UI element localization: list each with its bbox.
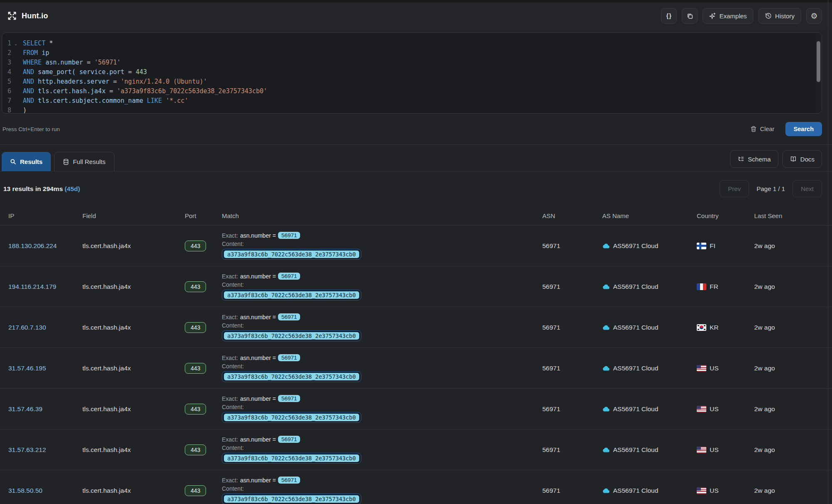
copy-button[interactable]: [682, 8, 698, 24]
country-flag-icon: [697, 283, 706, 290]
col-match: Match: [222, 212, 542, 219]
country-cell: US: [697, 365, 754, 372]
ip-link[interactable]: 31.57.46.39: [8, 405, 82, 413]
footer-actions: Clear Search: [748, 122, 822, 136]
match-exact-field: asn.number =: [240, 395, 276, 402]
match-exact-line: Exact:asn.number =56971: [222, 273, 300, 280]
country-code: KR: [710, 324, 719, 331]
match-exact-value-badge[interactable]: 56971: [278, 395, 301, 402]
match-exact-value-badge[interactable]: 56971: [278, 313, 301, 320]
port-badge: 443: [185, 363, 206, 374]
col-as-name: AS Name: [602, 212, 697, 219]
code-text: SELECT *: [20, 39, 53, 48]
editor-scrollbar-track[interactable]: [815, 33, 822, 113]
code-line: 4AND same_port( service.port = 443: [2, 67, 822, 77]
examples-button[interactable]: Examples: [703, 8, 753, 24]
docs-button[interactable]: Docs: [782, 150, 822, 168]
country-code: US: [710, 487, 719, 494]
history-icon: [765, 12, 772, 19]
match-content-box[interactable]: a373a9f83c6b_7022c563de38_2e3757343cb0: [222, 453, 361, 464]
table-row[interactable]: 188.130.206.224tls.cert.hash.ja4x443Exac…: [0, 225, 832, 266]
port-badge: 443: [185, 444, 206, 455]
as-name-label: AS56971 Cloud: [613, 446, 658, 454]
next-button[interactable]: Next: [792, 180, 822, 197]
docs-label: Docs: [800, 156, 815, 163]
cloud-icon: [602, 406, 610, 412]
code-token: *: [45, 40, 53, 47]
as-name: AS56971 Cloud: [602, 324, 697, 331]
table-row[interactable]: 217.60.7.130tls.cert.hash.ja4x443Exact:a…: [0, 307, 832, 348]
fold-spacer: [11, 77, 20, 87]
ip-link[interactable]: 31.57.63.212: [8, 446, 82, 454]
settings-button[interactable]: ⚙: [806, 8, 822, 24]
table-row[interactable]: 31.57.46.195tls.cert.hash.ja4x443Exact:a…: [0, 348, 832, 388]
history-button[interactable]: History: [758, 8, 801, 24]
line-number: 8: [2, 106, 11, 114]
match-exact-line: Exact:asn.number =56971: [222, 232, 300, 239]
topbar: Hunt.io {} Examples: [0, 2, 832, 29]
code-line: 7AND tls.cert.subject.common_name LIKE '…: [2, 96, 822, 106]
tab-results[interactable]: Results: [2, 152, 51, 171]
last-seen-value: 2w ago: [754, 487, 821, 494]
match-exact-value-badge[interactable]: 56971: [278, 354, 301, 361]
fold-spacer: [11, 96, 20, 106]
table-row[interactable]: 194.116.214.179tls.cert.hash.ja4x443Exac…: [0, 266, 832, 307]
country-cell: US: [697, 405, 754, 413]
search-button[interactable]: Search: [785, 122, 822, 136]
code-text: AND tls.cert.hash.ja4x = 'a373a9f83c6b_7…: [20, 87, 267, 96]
country-cell: FR: [697, 283, 754, 290]
match-content-box[interactable]: a373a9f83c6b_7022c563de38_2e3757343cb0: [222, 330, 361, 341]
table-row[interactable]: 31.57.63.212tls.cert.hash.ja4x443Exact:a…: [0, 429, 832, 470]
match-exact-label: Exact:: [222, 314, 238, 320]
line-number: 2: [2, 48, 11, 58]
page-scrollbar[interactable]: [828, 0, 832, 504]
braces-button[interactable]: {}: [661, 8, 677, 24]
query-editor[interactable]: 1⌄SELECT *2FROM ip3WHERE asn.number = '5…: [2, 32, 822, 114]
match-exact-value-badge[interactable]: 56971: [278, 232, 301, 239]
match-exact-field: asn.number =: [240, 436, 276, 443]
tabs: Results Full Results: [2, 152, 114, 171]
match-content-value-badge: a373a9f83c6b_7022c563de38_2e3757343cb0: [224, 454, 359, 462]
as-name: AS56971 Cloud: [602, 365, 697, 372]
ip-link[interactable]: 31.58.50.50: [8, 487, 82, 494]
port-cell: 443: [185, 404, 222, 415]
match-exact-value-badge[interactable]: 56971: [278, 273, 301, 280]
port-cell: 443: [185, 322, 222, 333]
braces-label: {}: [666, 12, 672, 19]
copy-icon: [686, 12, 693, 20]
code-token: http.headers.server: [34, 78, 109, 85]
port-badge: 443: [185, 241, 206, 251]
editor-scrollbar-thumb[interactable]: [817, 41, 820, 82]
col-ip: IP: [8, 212, 82, 219]
match-exact-value-badge[interactable]: 56971: [278, 477, 301, 484]
tab-full-results[interactable]: Full Results: [54, 152, 114, 171]
code-token: AND: [23, 97, 34, 104]
match-content-value-badge: a373a9f83c6b_7022c563de38_2e3757343cb0: [224, 414, 359, 421]
table-row[interactable]: 31.57.46.39tls.cert.hash.ja4x443Exact:as…: [0, 388, 832, 429]
schema-button[interactable]: Schema: [730, 150, 778, 168]
ip-link[interactable]: 217.60.7.130: [8, 324, 82, 331]
ip-link[interactable]: 194.116.214.179: [8, 283, 82, 290]
results-summary-text: 13 results in 294ms: [3, 185, 63, 192]
fold-spacer: [11, 106, 20, 114]
match-content-box[interactable]: a373a9f83c6b_7022c563de38_2e3757343cb0: [222, 412, 361, 423]
match-content-box[interactable]: a373a9f83c6b_7022c563de38_2e3757343cb0: [222, 494, 361, 504]
table-row[interactable]: 31.58.50.50tls.cert.hash.ja4x443Exact:as…: [0, 470, 832, 504]
match-cell: Exact:asn.number =56971Content:a373a9f83…: [222, 354, 542, 382]
ip-link[interactable]: 31.57.46.195: [8, 365, 82, 372]
fold-chevron-icon[interactable]: ⌄: [11, 39, 20, 48]
results-bar: 13 results in 294ms (45d) Prev Page 1 / …: [0, 171, 832, 206]
match-content-box[interactable]: a373a9f83c6b_7022c563de38_2e3757343cb0: [222, 249, 361, 260]
match-content-box[interactable]: a373a9f83c6b_7022c563de38_2e3757343cb0: [222, 371, 361, 382]
match-exact-value-badge[interactable]: 56971: [278, 436, 301, 443]
prev-button[interactable]: Prev: [720, 180, 749, 197]
col-port: Port: [185, 212, 222, 219]
asn-value: 56971: [542, 283, 602, 290]
code-token: AND: [23, 87, 34, 95]
time-range-link[interactable]: (45d): [65, 185, 80, 192]
match-content-box[interactable]: a373a9f83c6b_7022c563de38_2e3757343cb0: [222, 290, 361, 300]
ip-link[interactable]: 188.130.206.224: [8, 242, 82, 250]
clear-button[interactable]: Clear: [748, 125, 777, 133]
match-content-label: Content:: [222, 322, 244, 329]
fold-spacer: [11, 67, 20, 77]
